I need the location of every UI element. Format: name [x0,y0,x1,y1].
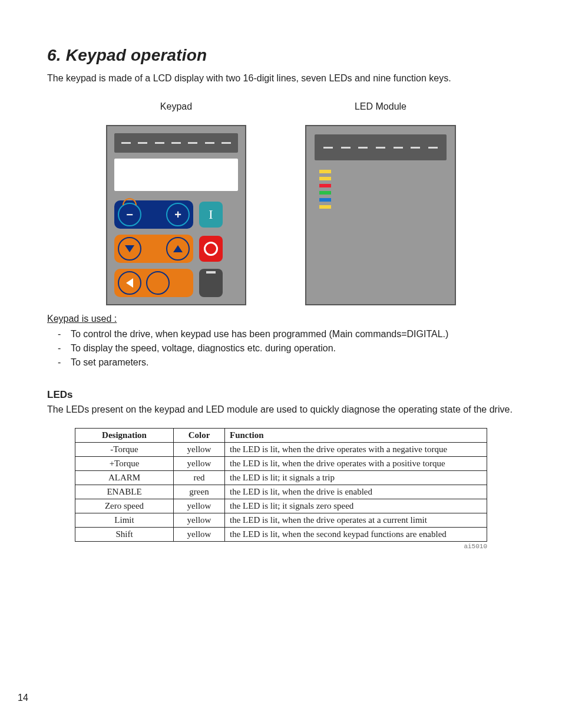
cell-designation: ENABLE [75,485,174,499]
left-enter-pill [114,269,193,297]
table-row: Zero speed yellow the LED is lit; it sig… [75,499,487,513]
cell-function: the LED is lit; it signals a trip [225,471,487,485]
enter-button[interactable] [146,271,170,295]
th-function: Function [225,429,487,443]
slot-icon [206,271,216,274]
led-bar-yellow [319,170,331,173]
keypad-buttons: − + I [114,200,238,297]
ledmodule-label: LED Module [355,101,406,112]
stop-button[interactable] [199,236,223,262]
keypad-label: Keypad [160,101,192,112]
ledmodule-figure: LED Module [305,101,456,305]
cell-function: the LED is lit, when the drive operates … [225,443,487,457]
minus-plus-pill: − + [114,200,193,229]
cell-color: red [174,471,225,485]
keypad-lcd [114,159,238,191]
up-button[interactable] [166,237,190,261]
cell-designation: -Torque [75,443,174,457]
triangle-up-icon [173,245,183,252]
led-dash [394,147,403,149]
cell-function: the LED is lit, when the second keypad f… [225,528,487,542]
section-heading: 6. Keypad operation [47,46,515,65]
cell-color: yellow [174,499,225,513]
cell-designation: Zero speed [75,499,174,513]
leds-table-wrap: Designation Color Function -Torque yello… [47,428,515,550]
cell-color: yellow [174,443,225,457]
ledmodule-top-leds [315,134,447,160]
start-button[interactable]: I [199,202,223,228]
led-dash [428,147,438,149]
th-color: Color [174,429,225,443]
ledmodule-stack [315,170,447,209]
led-dash [358,147,368,149]
figure-row: Keypad − + [47,101,515,305]
table-row: +Torque yellow the LED is lit, when the … [75,457,487,471]
table-reference: ai5010 [75,543,487,550]
table-row: ALARM red the LED is lit; it signals a t… [75,471,487,485]
table-row: Limit yellow the LED is lit, when the dr… [75,513,487,528]
list-item: To display the speed, voltage, diagnosti… [59,343,515,354]
intro-paragraph: The keypad is made of a LCD display with… [47,72,515,85]
cell-designation: Limit [75,513,174,528]
led-dash [171,142,181,144]
down-up-pill [114,235,193,263]
keypad-used-list: To control the drive, when keypad use ha… [47,329,515,368]
led-dash [323,147,333,149]
plus-button[interactable]: + [166,203,190,226]
cell-function: the LED is lit, when the drive operates … [225,457,487,471]
list-item: To control the drive, when keypad use ha… [59,329,515,340]
cell-color: yellow [174,457,225,471]
th-designation: Designation [75,429,174,443]
keypad-device: − + I [106,125,246,305]
led-dash [222,142,231,144]
keypad-figure: Keypad − + [106,101,246,305]
cell-function: the LED is lit, when the drive is enable… [225,485,487,499]
leds-paragraph: The LEDs present on the keypad and LED m… [47,404,515,415]
cell-function: the LED is lit, when the drive operates … [225,513,487,528]
led-bar-yellow [319,205,331,209]
table-row: -Torque yellow the LED is lit, when the … [75,443,487,457]
left-button[interactable] [118,271,141,295]
led-dash [341,147,351,149]
led-bar-yellow [319,177,331,180]
ledmodule-device [305,125,456,305]
list-item: To set parameters. [59,357,515,368]
led-dash [121,142,131,144]
circle-icon [204,242,218,256]
down-button[interactable] [118,237,141,261]
leds-table: Designation Color Function -Torque yello… [75,428,487,542]
table-row: ENABLE green the LED is lit, when the dr… [75,485,487,499]
cell-color: yellow [174,513,225,528]
keypad-top-leds [114,133,238,153]
led-dash [155,142,164,144]
arc-icon [123,198,137,205]
table-row: Shift yellow the LED is lit, when the se… [75,528,487,542]
cell-designation: +Torque [75,457,174,471]
triangle-left-icon [126,278,133,288]
page-number: 14 [18,693,28,703]
led-dash [205,142,214,144]
led-bar-green [319,191,331,195]
led-dash [376,147,385,149]
cell-designation: Shift [75,528,174,542]
led-bar-red [319,184,331,187]
cell-designation: ALARM [75,471,174,485]
keypad-used-title: Keypad is used : [47,314,117,324]
led-dash [188,142,197,144]
leds-subheading: LEDs [47,389,515,401]
minus-button[interactable]: − [118,203,141,226]
triangle-down-icon [125,245,134,252]
led-bar-blue [319,198,331,202]
led-dash [411,147,420,149]
cell-function: the LED is lit; it signals zero speed [225,499,487,513]
cell-color: yellow [174,528,225,542]
cell-color: green [174,485,225,499]
shift-button[interactable] [199,269,223,297]
led-dash [138,142,147,144]
